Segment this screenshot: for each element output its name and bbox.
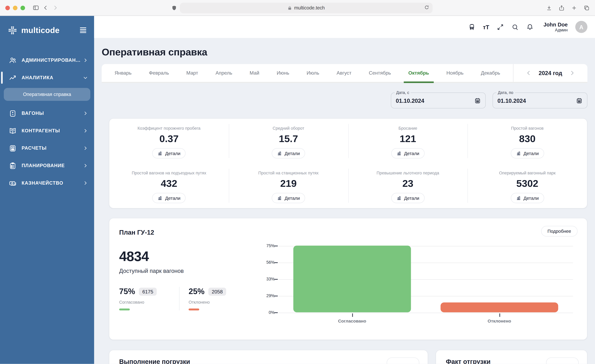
wagon-icon [8, 110, 17, 117]
date-from-field[interactable]: Дата, с 01.10.2024 [391, 93, 486, 109]
bar-agreed [293, 246, 411, 312]
tab-month-may[interactable]: Май [247, 64, 262, 82]
sidebar-item-label: ВАГОНЫ [22, 111, 44, 116]
sidebar-item-treasury[interactable]: КАЗНАЧЕЙСТВО [0, 174, 94, 192]
details-button[interactable]: Детали [391, 148, 425, 158]
tab-month-september[interactable]: Сентябрь [367, 64, 393, 82]
previous-year-button[interactable] [526, 70, 532, 76]
available-fleet-caption: Доступный парк вагонов [119, 268, 260, 274]
search-icon[interactable] [512, 23, 519, 31]
forward-button-icon[interactable] [52, 5, 58, 11]
tab-month-july[interactable]: Июль [304, 64, 321, 82]
kpi-label: Оперируемый вагонный парк [499, 171, 556, 175]
kpi-operated-fleet: Оперируемый вагонный парк 5302 Детали [468, 164, 587, 208]
tab-month-march[interactable]: Март [184, 64, 200, 82]
kpi-wagon-idle: Простой вагонов 830 Детали [468, 119, 587, 164]
more-details-button[interactable]: Подробнее [541, 226, 578, 237]
tab-month-january[interactable]: Январь [112, 64, 134, 82]
details-button[interactable]: Детали [152, 148, 186, 158]
month-tabstrip: Январь Февраль Март Апрель Май Июнь Июль… [102, 64, 588, 83]
back-button-icon[interactable] [43, 5, 49, 11]
content: Оперативная справка Январь Февраль Март … [94, 38, 595, 364]
y-tick: 33% [260, 277, 275, 281]
traffic-lights [5, 6, 25, 10]
kpi-empty-run-ratio: Коэффицент порожнего пробега 0.37 Детали [109, 119, 229, 164]
available-fleet-value: 4834 [119, 249, 260, 265]
details-button[interactable]: Детали [391, 193, 425, 203]
y-tick: 56% [260, 260, 275, 264]
kpi-label: Простой на станционных путях [258, 171, 319, 175]
chevron-right-icon [83, 180, 88, 186]
new-tab-icon[interactable] [571, 5, 577, 11]
card-action-button[interactable] [546, 357, 579, 364]
calendar-icon[interactable] [474, 97, 481, 104]
kpi-label: Простой вагонов [511, 126, 544, 130]
sidebar-subitem-operational-report[interactable]: Оперативная справка [4, 88, 90, 101]
screen: multicode.tech [0, 0, 595, 364]
agreed-caption: Согласовано [119, 300, 179, 304]
details-button[interactable]: Детали [272, 148, 305, 158]
sidebar-item-label: РАСЧЕТЫ [22, 145, 47, 151]
notifications-bell-icon[interactable] [526, 23, 534, 31]
maximize-window-button[interactable] [21, 6, 25, 10]
bar-chart-icon [516, 151, 521, 156]
tab-month-october-active[interactable]: Октябрь [406, 64, 431, 82]
next-year-button[interactable] [569, 70, 575, 76]
page-title: Оперативная справка [102, 46, 588, 58]
privacy-shield-icon[interactable] [171, 2, 177, 13]
tab-month-december[interactable]: Декабрь [479, 64, 503, 82]
details-button[interactable]: Детали [510, 148, 544, 158]
sidebar-item-analytics[interactable]: АНАЛИТИКА [0, 69, 94, 87]
tab-month-june[interactable]: Июнь [274, 64, 291, 82]
fullscreen-icon[interactable] [497, 23, 504, 31]
sidebar-toggle-icon[interactable] [33, 5, 39, 11]
avatar[interactable]: A [575, 21, 588, 33]
kpi-card: Коэффицент порожнего пробега 0.37 Детали… [109, 118, 588, 208]
user-info[interactable]: John Doe Админ [543, 21, 567, 32]
downloads-icon[interactable] [546, 5, 552, 11]
tab-month-november[interactable]: Ноябрь [444, 64, 466, 82]
refresh-icon[interactable] [424, 5, 429, 11]
date-to-label: Дата, по [496, 90, 515, 95]
card-action-button[interactable] [387, 357, 419, 364]
kpi-value: 15.7 [279, 133, 298, 145]
kpi-label: Коэффицент порожнего пробега [138, 126, 200, 130]
sidebar-item-label: ПЛАНИРОВАНИЕ [22, 163, 65, 168]
url-bar[interactable]: multicode.tech [180, 2, 433, 13]
tab-month-august[interactable]: Август [334, 64, 354, 82]
date-to-field[interactable]: Дата, по 01.10.2024 [493, 93, 588, 109]
date-filters: Дата, с 01.10.2024 Дата, по 01.10.2024 [102, 93, 588, 109]
details-button[interactable]: Детали [510, 193, 544, 203]
kpi-grace-period-exceeded: Превышение льготного периода 23 Детали [348, 164, 468, 208]
users-icon [8, 56, 17, 64]
tab-month-april[interactable]: Апрель [213, 64, 234, 82]
kpi-idle-station-tracks: Простой на станционных путях 219 Детали [229, 164, 348, 208]
rejected-percent: 25% [189, 287, 205, 296]
sidebar-item-planning[interactable]: ПЛАНИРОВАНИЕ [0, 157, 94, 174]
share-icon[interactable] [559, 5, 565, 11]
url-text: multicode.tech [294, 5, 325, 10]
date-from-value: 01.10.2024 [396, 97, 424, 104]
train-icon[interactable] [468, 23, 475, 31]
x-tick [499, 313, 500, 317]
kpi-label: Простой вагонов на подъездных путях [132, 171, 206, 175]
tab-month-february[interactable]: Февраль [147, 64, 171, 82]
text-size-icon[interactable]: тТ [483, 24, 489, 30]
kpi-label: Превышение льготного периода [376, 171, 439, 175]
bar-chart-icon [277, 151, 282, 156]
tab-overview-icon[interactable] [584, 5, 590, 11]
sidebar-item-administration[interactable]: АДМИНИСТРИРОВАН... [0, 52, 94, 69]
close-window-button[interactable] [5, 6, 10, 10]
bar-chart-icon [397, 196, 402, 200]
rejected-stat: 25% 2058 Отклонено [179, 287, 239, 310]
chevron-right-icon [83, 111, 88, 116]
sidebar-item-contractors[interactable]: КОНТРАГЕНТЫ [0, 122, 94, 140]
minimize-window-button[interactable] [13, 6, 17, 10]
sidebar-collapse-icon[interactable] [79, 27, 87, 34]
details-button[interactable]: Детали [152, 193, 186, 203]
calendar-icon[interactable] [576, 97, 583, 104]
bar-chart-icon [158, 196, 163, 200]
sidebar-item-wagons[interactable]: ВАГОНЫ [0, 105, 94, 122]
sidebar-item-calculations[interactable]: РАСЧЕТЫ [0, 139, 94, 157]
details-button[interactable]: Детали [272, 193, 305, 203]
